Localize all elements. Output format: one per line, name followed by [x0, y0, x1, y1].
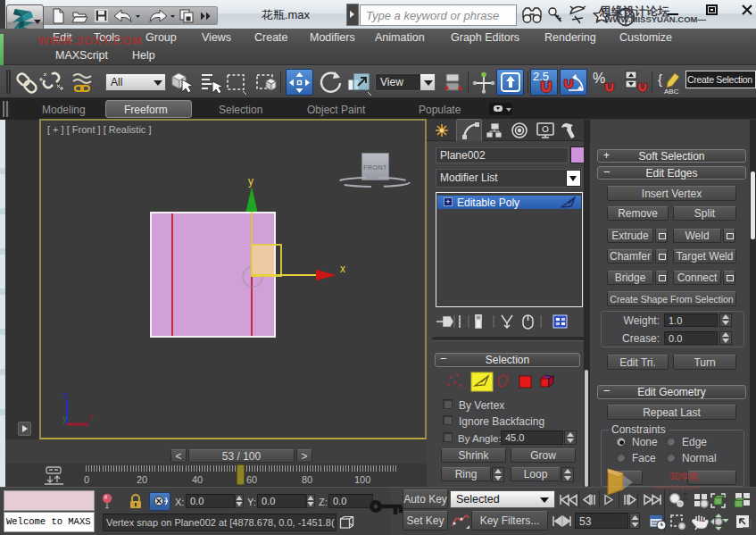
svg-text:ABC: ABC [664, 88, 679, 96]
svg-text:z: z [63, 390, 68, 400]
svg-text:y: y [62, 414, 67, 423]
svg-text:x: x [340, 263, 345, 275]
svg-text:3D学苑: 3D学苑 [669, 472, 699, 481]
svg-text:www.3dxy.com: www.3dxy.com [653, 483, 698, 491]
svg-text:x: x [88, 412, 93, 422]
svg-text:{: { [658, 71, 662, 87]
svg-text:y: y [248, 175, 253, 188]
svg-text:%: % [593, 71, 605, 86]
